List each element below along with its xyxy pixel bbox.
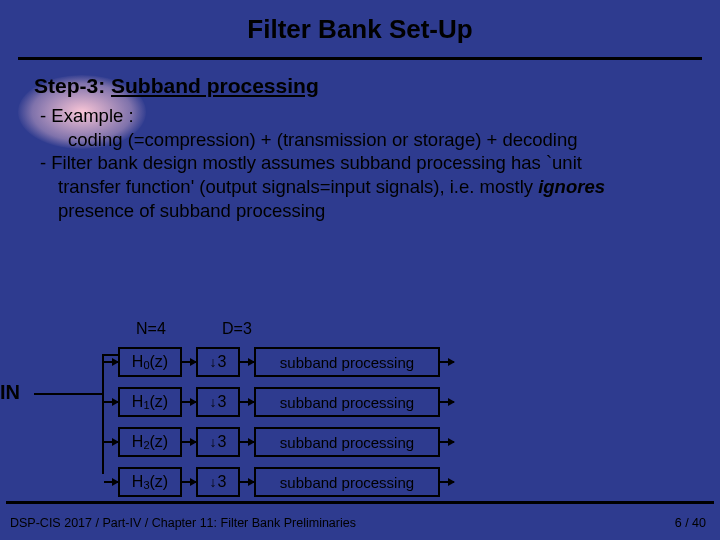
wire [104,401,118,403]
label-d: D=3 [222,320,252,338]
downsample-box: ↓3 [196,347,240,377]
input-wire-h [34,393,104,395]
downsample-factor: 3 [218,393,227,411]
step-label: Subband processing [111,74,319,97]
step-prefix: Step-3: [34,74,111,97]
subband-box: subband processing [254,387,440,417]
wire [440,401,454,403]
wire [440,361,454,363]
subband-box: subband processing [254,467,440,497]
diagram-row: H0(z) ↓3 subband processing [104,342,454,382]
downsample-factor: 3 [218,433,227,451]
rule-bottom [6,501,714,504]
downsample-factor: 3 [218,353,227,371]
diagram-row: H2(z) ↓3 subband processing [104,422,454,462]
diagram: N=4 D=3 IN H0(z) ↓3 subband processing H… [30,320,590,342]
body-text: - Example : coding (=compression) + (tra… [40,104,696,222]
wire [240,441,254,443]
footer-right: 6 / 40 [675,516,706,530]
wire [240,401,254,403]
wire [182,481,196,483]
wire [182,401,196,403]
diagram-rows: H0(z) ↓3 subband processing H1(z) ↓3 sub… [104,342,454,502]
diagram-row: H1(z) ↓3 subband processing [104,382,454,422]
subband-box: subband processing [254,347,440,377]
wire [440,441,454,443]
downsample-box: ↓3 [196,427,240,457]
subband-box: subband processing [254,427,440,457]
wire [440,481,454,483]
filter-box: H0(z) [118,347,182,377]
wire [104,361,118,363]
wire [240,481,254,483]
filter-box: H2(z) [118,427,182,457]
diagram-row: H3(z) ↓3 subband processing [104,462,454,502]
body-line-2: coding (=compression) + (transmission or… [40,128,696,152]
wire [240,361,254,363]
filter-box: H1(z) [118,387,182,417]
body-line-3: - Filter bank design mostly assumes subb… [40,151,696,175]
input-label: IN [0,381,20,404]
footer: DSP-CIS 2017 / Part-IV / Chapter 11: Fil… [10,516,706,530]
wire [182,361,196,363]
slide-title: Filter Bank Set-Up [0,0,720,45]
body-line-4: transfer function' (output signals=input… [40,175,696,199]
filter-box: H3(z) [118,467,182,497]
body-line-4b: ignores [538,176,605,197]
downsample-box: ↓3 [196,387,240,417]
wire [104,481,118,483]
wire [182,441,196,443]
downsample-factor: 3 [218,473,227,491]
body-line-4a: transfer function' (output signals=input… [58,176,538,197]
rule-top [18,57,702,60]
body-line-5: presence of subband processing [40,199,696,223]
downsample-box: ↓3 [196,467,240,497]
label-n: N=4 [136,320,166,338]
body-line-1: - Example : [40,104,696,128]
step-heading: Step-3: Subband processing [34,74,720,98]
wire [104,441,118,443]
footer-left: DSP-CIS 2017 / Part-IV / Chapter 11: Fil… [10,516,356,530]
